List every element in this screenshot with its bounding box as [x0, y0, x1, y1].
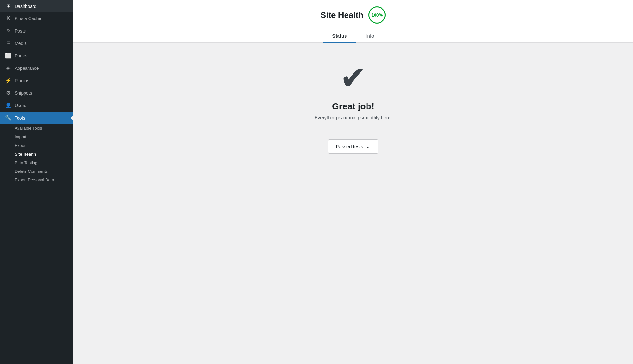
sidebar-sub-item-delete-comments[interactable]: Delete Comments: [0, 167, 73, 176]
passed-tests-button[interactable]: Passed tests ⌄: [328, 139, 379, 154]
page-title: Site Health: [321, 10, 363, 20]
tools-icon: 🔧: [5, 115, 11, 121]
checkmark-icon: ✔: [340, 62, 367, 94]
great-job-subtitle: Everything is running smoothly here.: [315, 115, 392, 120]
sidebar-sub-item-import[interactable]: Import: [0, 133, 73, 141]
users-icon: 👤: [5, 102, 11, 108]
sidebar-item-label-appearance: Appearance: [15, 66, 39, 71]
sidebar-item-posts[interactable]: ✎Posts: [0, 25, 73, 37]
sidebar-item-pages[interactable]: ⬜Pages: [0, 49, 73, 62]
chevron-down-icon: ⌄: [366, 143, 370, 149]
posts-icon: ✎: [5, 28, 11, 34]
passed-tests-label: Passed tests: [336, 144, 363, 149]
sidebar-sub-item-export-personal-data[interactable]: Export Personal Data: [0, 176, 73, 184]
sidebar-item-label-media: Media: [15, 41, 27, 46]
sidebar-item-appearance[interactable]: ◈Appearance: [0, 62, 73, 74]
sidebar-sub-item-beta-testing[interactable]: Beta Testing: [0, 158, 73, 167]
sidebar-sub-item-available-tools[interactable]: Available Tools: [0, 124, 73, 133]
plugins-icon: ⚡: [5, 77, 11, 84]
main-content: Site Health 100% StatusInfo ✔ Great job!…: [73, 0, 633, 364]
pages-icon: ⬜: [5, 53, 11, 59]
title-row: Site Health 100%: [321, 6, 386, 24]
sidebar-sub-item-site-health[interactable]: Site Health: [0, 150, 73, 158]
tab-info[interactable]: Info: [356, 30, 383, 43]
tabs-row: StatusInfo: [323, 30, 384, 42]
kinsta-cache-icon: K: [5, 16, 11, 21]
content-area: ✔ Great job! Everything is running smoot…: [73, 43, 633, 364]
sidebar-item-label-pages: Pages: [15, 53, 27, 58]
active-arrow: [71, 115, 73, 120]
health-score-badge: 100%: [368, 6, 386, 24]
sidebar-item-users[interactable]: 👤Users: [0, 99, 73, 112]
sidebar-item-tools[interactable]: 🔧Tools: [0, 112, 73, 124]
dashboard-icon: ⊞: [5, 3, 11, 9]
great-job-title: Great job!: [332, 101, 374, 112]
sidebar-item-label-users: Users: [15, 103, 26, 108]
sidebar-item-label-tools: Tools: [15, 115, 25, 120]
tab-status[interactable]: Status: [323, 30, 357, 43]
sidebar-item-label-snippets: Snippets: [15, 91, 32, 96]
sidebar-sub-item-export[interactable]: Export: [0, 141, 73, 150]
sidebar-item-label-kinsta-cache: Kinsta Cache: [15, 16, 41, 21]
appearance-icon: ◈: [5, 65, 11, 71]
sidebar-item-snippets[interactable]: ⚙Snippets: [0, 87, 73, 99]
page-header: Site Health 100% StatusInfo: [73, 0, 633, 43]
sidebar-item-kinsta-cache[interactable]: KKinsta Cache: [0, 12, 73, 25]
sidebar-item-label-plugins: Plugins: [15, 78, 29, 83]
sidebar-item-label-dashboard: Dashboard: [15, 4, 37, 9]
media-icon: ⊟: [5, 40, 11, 46]
sidebar-item-plugins[interactable]: ⚡Plugins: [0, 74, 73, 87]
sidebar: ⊞DashboardKKinsta Cache✎Posts⊟Media⬜Page…: [0, 0, 73, 364]
sidebar-item-dashboard[interactable]: ⊞Dashboard: [0, 0, 73, 12]
checkmark-container: ✔: [340, 62, 367, 94]
snippets-icon: ⚙: [5, 90, 11, 96]
sidebar-item-media[interactable]: ⊟Media: [0, 37, 73, 49]
sidebar-item-label-posts: Posts: [15, 28, 26, 33]
